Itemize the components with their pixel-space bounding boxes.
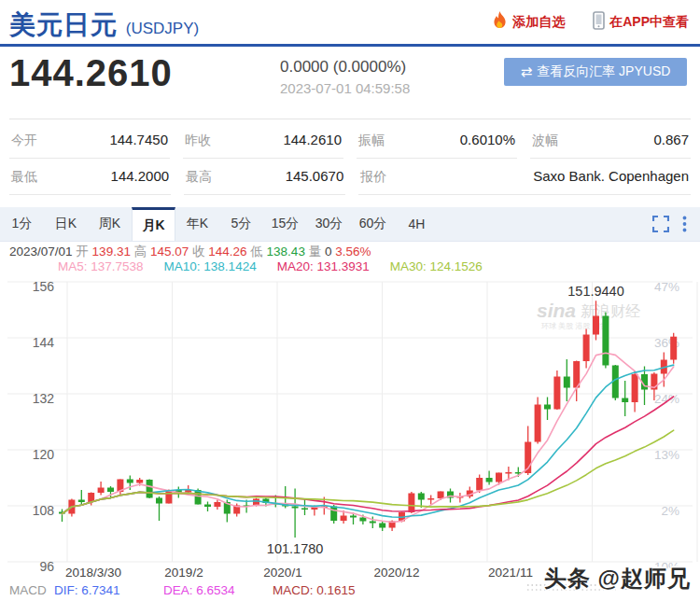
tab-周K[interactable]: 周K (88, 207, 132, 241)
right-axis-tick: 13% (654, 448, 679, 462)
candle-body (292, 507, 299, 509)
candle-body (98, 488, 105, 494)
y-axis-tick: 108 (33, 503, 55, 518)
candle-body (359, 518, 366, 522)
stat-cell: 今开144.7450 (9, 129, 170, 159)
ma5-legend: MA5: 137.7538 (58, 259, 144, 273)
pair-name: 美元日元 (9, 10, 118, 39)
tab-15分[interactable]: 15分 (263, 207, 307, 241)
tab-年K[interactable]: 年K (175, 207, 219, 241)
stat-cell: 最高145.0670 (184, 165, 345, 195)
candle-body (622, 398, 628, 403)
fullscreen-icon[interactable] (652, 216, 669, 232)
candle-body (583, 335, 590, 362)
right-axis-tick: 47% (654, 280, 679, 294)
tab-30分[interactable]: 30分 (307, 207, 351, 241)
tab-月K[interactable]: 月K (132, 207, 175, 241)
phone-icon (593, 11, 605, 33)
tab-日K[interactable]: 日K (44, 207, 88, 241)
stat-value: 144.7450 (109, 132, 168, 147)
tab-1分[interactable]: 1分 (0, 207, 44, 241)
tab-5分[interactable]: 5分 (219, 207, 263, 241)
candle-body (593, 316, 599, 335)
candle-body (564, 377, 570, 388)
ma10-line (63, 365, 674, 517)
kline-open: 139.31 (92, 245, 131, 259)
header: 美元日元 (USDJPY) 添加自选 在APP中查看 (0, 0, 700, 44)
candle-body (214, 502, 220, 507)
candle-body (341, 516, 347, 522)
kline-percent: 3.56% (335, 245, 371, 259)
tab-4H[interactable]: 4H (395, 207, 439, 241)
macd-dea-value: DEA: 6.6534 (163, 583, 235, 597)
x-axis-label: 2020/1 (263, 566, 301, 580)
candle-body (204, 505, 211, 508)
sina-logo-watermark: sina (537, 300, 576, 321)
stat-label: 最低 (11, 169, 37, 186)
y-axis-tick: 120 (33, 447, 55, 462)
header-divider (0, 44, 700, 47)
candle-body (476, 478, 483, 491)
stat-cell: 昨收144.2610 (183, 129, 343, 159)
candle-body (632, 374, 638, 402)
candle-body (127, 480, 133, 483)
candle-body (486, 478, 493, 482)
candle-body (438, 492, 444, 499)
stat-cell: 报价Saxo Bank. Copenhagen (358, 165, 691, 195)
ohlc-info-bar: 2023/07/01 开 139.31 高 145.07 收 144.26 低 … (9, 244, 371, 260)
stat-label: 昨收 (185, 133, 211, 149)
candle-body (301, 509, 308, 510)
stat-value: 0.867 (653, 132, 689, 147)
candle-body (350, 516, 357, 518)
pair-symbol: (USDJPY) (126, 20, 199, 37)
kline-low: 138.43 (267, 245, 305, 259)
ma20-legend: MA20: 131.3931 (277, 259, 370, 273)
candle-body (496, 473, 502, 482)
y-axis-tick: 144 (33, 335, 55, 350)
view-in-app-button[interactable]: 在APP中查看 (593, 11, 689, 33)
flame-icon (492, 11, 508, 33)
macd-value: MACD: 0.1615 (273, 583, 356, 597)
swap-icon: ⇄ (521, 63, 533, 80)
candle-body (379, 524, 385, 528)
page-title: 美元日元 (USDJPY) (9, 7, 199, 43)
stat-label: 报价 (360, 169, 386, 186)
stat-value: 145.0670 (286, 168, 344, 184)
ma30-line (63, 430, 674, 513)
price-change: 0.0000 (0.0000%) (280, 58, 406, 77)
add-watchlist-button[interactable]: 添加自选 (492, 11, 565, 33)
candle-body (78, 500, 85, 503)
candle-body (107, 488, 114, 493)
candle-body (156, 498, 162, 504)
stat-value: Saxo Bank. Copenhagen (533, 168, 689, 184)
y-axis-tick: 156 (33, 279, 55, 294)
candle-body (602, 316, 609, 366)
kline-volume: 0 (325, 245, 332, 259)
more-options-icon[interactable] (682, 216, 687, 232)
current-price: 144.2610 (9, 52, 173, 94)
reverse-rate-button[interactable]: ⇄ 查看反向汇率 JPYUSD (504, 58, 687, 86)
stat-cell: 最低144.2000 (9, 165, 171, 195)
candlestick-chart[interactable]: 1561441321201089647%36%24%13%2%-10%sina新… (0, 276, 700, 601)
kline-close: 144.26 (208, 245, 246, 259)
candle-body (553, 377, 560, 410)
right-axis-tick: 24% (654, 392, 679, 406)
kline-date: 2023/07/01 (9, 245, 73, 259)
price-annotation: 151.9440 (567, 284, 623, 299)
candle-body (136, 480, 143, 483)
candle-body (370, 522, 376, 524)
stat-label: 最高 (186, 169, 212, 186)
stat-label: 振幅 (358, 133, 385, 149)
tab-60分[interactable]: 60分 (351, 207, 395, 241)
right-axis-tick: 2% (661, 504, 679, 518)
period-tabbar: 1分日K周K月K年K5分15分30分60分4H (0, 207, 700, 242)
candle-body (330, 507, 337, 522)
kline-high: 145.07 (150, 245, 189, 259)
reverse-rate-label: 查看反向汇率 JPYUSD (537, 63, 670, 80)
add-watchlist-label: 添加自选 (512, 14, 565, 31)
view-in-app-label: 在APP中查看 (609, 14, 689, 31)
candle-body (408, 494, 414, 513)
macd-dif-value: DIF: 6.7341 (54, 583, 120, 597)
candle-body (670, 337, 677, 360)
ma30-legend: MA30: 124.1526 (390, 259, 483, 273)
